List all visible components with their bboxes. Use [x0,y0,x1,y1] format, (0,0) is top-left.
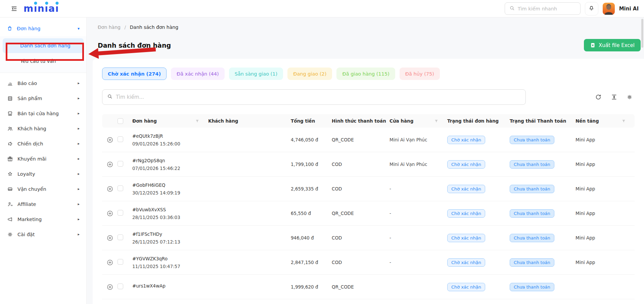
platform-cell: Mini App [576,211,635,216]
order-status-badge: Chờ xác nhận [447,185,485,193]
order-cell: #eQUtk7zBjR 09/01/2026 15:26:00 [132,133,208,146]
payment-method-cell: COD [332,186,389,191]
filter-icon[interactable] [195,119,199,123]
sidebar-item[interactable]: Chiến dịch ▸ [0,136,86,151]
row-height-icon[interactable] [611,94,617,100]
breadcrumb: Đơn hàng / Danh sách đơn hàng [98,25,644,30]
expand-row-button[interactable] [102,210,118,217]
sidebar-item[interactable]: Cài đặt ▸ [0,227,86,242]
order-id: #urs1wX4wAp [132,283,208,289]
avatar[interactable] [603,3,615,15]
table-search-input[interactable] [116,94,521,100]
chevron-right-icon: ▸ [78,111,80,116]
row-checkbox[interactable] [118,210,123,216]
sidebar-submenu-item[interactable]: Danh sách đơn hàng [3,38,84,53]
sidebar-item[interactable]: Sản phẩm ▸ [0,91,86,106]
menu-fold-icon[interactable] [9,4,19,13]
row-checkbox[interactable] [118,234,123,240]
expand-row-button[interactable] [102,234,118,242]
sidebar-item[interactable]: Bán tại cửa hàng ▸ [0,106,86,121]
export-excel-button[interactable]: Xuất file Excel [584,39,641,51]
row-checkbox[interactable] [118,259,123,265]
store-cell: - [389,211,447,216]
global-search-input[interactable] [518,6,576,11]
expand-row-button[interactable] [102,161,118,168]
sidebar: Đơn hàng ▾ Danh sách đơn hàng Yêu cầu tư… [0,17,87,304]
status-tab[interactable]: Đã xác nhận (44) [171,68,225,80]
payment-status-badge: Chưa thanh toán [510,136,554,144]
col-payment-status: Trạng thái Thanh toán [510,118,566,124]
sidebar-item-label: Chiến dịch [17,141,43,146]
breadcrumb-current: Danh sách đơn hàng [130,25,178,30]
filter-icon[interactable] [434,119,439,123]
sidebar-item-label: Affiliate [17,202,36,207]
expand-row-button[interactable] [102,136,118,143]
star-icon [7,171,13,177]
status-tab[interactable]: Đã hủy (75) [400,68,440,80]
search-icon [107,93,113,101]
chevron-right-icon: ▸ [78,126,80,131]
bell-icon [588,5,595,12]
order-status-badge: Chờ xác nhận [447,209,485,218]
sidebar-item-label: Marketing [17,217,42,222]
sidebar-item[interactable]: Khách hàng ▸ [0,121,86,136]
user-name: Mini AI [619,6,639,12]
payment-status-badge: Chưa thanh toán [510,160,554,169]
sidebar-item[interactable]: Loyalty ▸ [0,166,86,181]
sidebar-item[interactable]: Affiliate ▸ [0,197,86,212]
total-cell: 2,659,335 đ [291,186,332,191]
status-tab[interactable]: Đã giao hàng (115) [336,68,395,80]
status-tab-label: Chờ xác nhận (274) [108,71,161,77]
scrollbar-thumb[interactable] [641,19,643,48]
gear-icon[interactable] [627,94,633,100]
refresh-icon[interactable] [595,94,602,100]
chevron-right-icon: ▸ [78,172,80,176]
row-checkbox[interactable] [118,161,123,167]
orders-table: Đơn hàng Khách hàng Tổng tiền Hình thức … [102,114,635,299]
breadcrumb-parent[interactable]: Đơn hàng [98,25,121,30]
sidebar-item-label: Khách hàng [17,126,46,131]
sidebar-item[interactable]: Báo cáo ▸ [0,76,86,91]
select-all-checkbox[interactable] [118,118,123,124]
expand-row-button[interactable] [102,185,118,192]
breadcrumb-separator: / [124,25,126,30]
order-status-badge: Chờ xác nhận [447,160,485,169]
chevron-right-icon: ▸ [78,96,80,100]
chevron-right-icon: ▸ [78,141,80,146]
order-cell: #YGVWZK3qRo 11/11/2025 10:47:57 [132,256,208,269]
chevron-right-icon: ▸ [78,81,80,85]
platform-cell: Mini App [576,186,635,191]
sidebar-item[interactable]: Marketing ▸ [0,212,86,227]
table-search[interactable] [102,89,526,105]
notifications-button[interactable] [585,2,598,15]
col-total: Tổng tiền [291,118,315,124]
sidebar-item-label: Khuyến mãi [17,156,46,162]
table-row: #bVuwbXvXSS 28/11/2025 03:36:03 65,550 đ… [102,201,635,226]
sidebar-item[interactable]: Vận chuyển ▸ [0,181,86,197]
app-logo[interactable]: mınıaı [24,4,59,13]
table-row: #eQUtk7zBjR 09/01/2026 15:26:00 4,746,05… [102,128,635,152]
status-tab[interactable]: Sẵn sàng giao (1) [229,68,283,80]
store-cell: - [389,260,447,265]
global-search[interactable] [505,2,581,15]
status-tab[interactable]: Đang giao (2) [287,68,332,80]
filter-icon[interactable] [622,119,626,123]
table-body: #eQUtk7zBjR 09/01/2026 15:26:00 4,746,05… [102,128,635,299]
payment-status-badge: Chưa thanh toán [510,234,554,242]
order-cell: #urs1wX4wAp [132,283,208,291]
total-cell: 946,040 đ [291,235,332,241]
order-date: 30/12/2025 14:09:19 [132,190,208,196]
sidebar-submenu-item[interactable]: Yêu cầu tư vấn [3,54,84,69]
status-tab[interactable]: Chờ xác nhận (274) [102,68,167,80]
table-header: Đơn hàng Khách hàng Tổng tiền Hình thức … [102,114,635,128]
row-checkbox[interactable] [118,284,123,289]
expand-row-button[interactable] [102,284,118,291]
expand-row-button[interactable] [102,259,118,266]
row-checkbox[interactable] [118,185,123,191]
row-checkbox[interactable] [118,136,123,142]
col-platform: Nền tảng [576,118,599,124]
sidebar-item-label: Bán tại cửa hàng [17,111,59,116]
sidebar-item[interactable]: Khuyến mãi ▸ [0,151,86,166]
sidebar-group-orders[interactable]: Đơn hàng ▾ [0,21,86,36]
order-id: #f1IFScTHDy [132,231,208,237]
